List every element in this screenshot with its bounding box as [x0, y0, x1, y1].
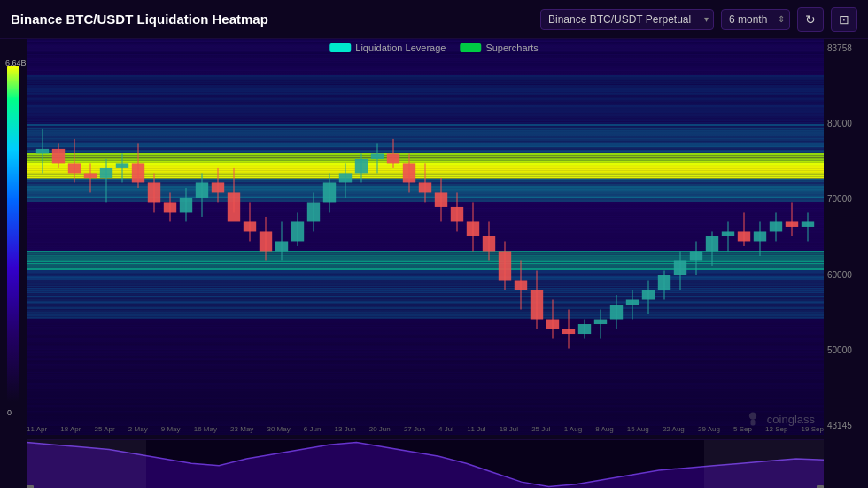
x-label-9: 13 Jun — [335, 425, 356, 433]
exchange-selector-wrapper: Binance BTC/USDT Perpetual Binance ETH/U… — [540, 9, 714, 30]
chart-container: 6.64B 0 83758 80000 70000 60000 50000 43… — [0, 39, 868, 488]
svg-rect-208 — [36, 149, 49, 154]
svg-rect-242 — [307, 202, 320, 221]
svg-rect-294 — [722, 231, 734, 236]
mini-chart-svg — [27, 440, 824, 488]
page-title: Binance BTC/USDT Liquidation Heatmap — [11, 12, 268, 27]
svg-rect-218 — [116, 163, 128, 168]
watermark-label: coinglass — [767, 413, 815, 426]
svg-rect-300 — [770, 221, 782, 231]
svg-rect-214 — [84, 173, 97, 178]
liquidation-leverage-label: Liquidation Leverage — [355, 43, 446, 53]
svg-rect-212 — [68, 163, 81, 173]
svg-rect-274 — [562, 329, 575, 335]
legend-item-liquidation: Liquidation Leverage — [329, 43, 446, 53]
x-label-8: 6 Jun — [304, 425, 322, 433]
x-label-3: 2 May — [128, 425, 148, 433]
svg-rect-272 — [546, 320, 559, 329]
x-label-16: 1 Aug — [564, 425, 582, 433]
x-label-4: 9 May — [161, 425, 181, 433]
x-label-6: 23 May — [230, 425, 253, 433]
header: Binance BTC/USDT Liquidation Heatmap Bin… — [0, 0, 868, 39]
mini-chart — [27, 439, 824, 488]
svg-rect-222 — [148, 182, 160, 202]
time-period-select[interactable]: 1 month 3 month 6 month 1 year — [721, 9, 790, 30]
svg-rect-210 — [52, 149, 65, 164]
refresh-button[interactable]: ↻ — [797, 7, 824, 32]
scale-bottom-label: 0 — [7, 408, 12, 417]
svg-rect-264 — [483, 236, 495, 252]
chart-main — [27, 39, 824, 435]
svg-rect-216 — [100, 168, 112, 178]
svg-rect-240 — [291, 221, 304, 241]
svg-point-310 — [749, 413, 756, 420]
svg-rect-244 — [323, 182, 336, 202]
x-label-17: 8 Aug — [595, 425, 613, 433]
svg-rect-228 — [196, 182, 208, 198]
svg-rect-298 — [754, 231, 766, 241]
svg-rect-270 — [531, 290, 543, 320]
svg-rect-260 — [451, 207, 463, 222]
svg-rect-254 — [403, 163, 415, 182]
x-label-20: 29 Aug — [698, 425, 720, 433]
svg-rect-286 — [658, 275, 670, 290]
svg-rect-280 — [610, 305, 623, 320]
supercharts-swatch — [460, 43, 481, 52]
chart-legend: Liquidation Leverage Supercharts — [329, 43, 538, 53]
color-scale-bar — [7, 66, 19, 402]
svg-rect-278 — [594, 320, 607, 325]
svg-rect-284 — [642, 290, 655, 300]
svg-rect-220 — [132, 163, 144, 182]
liquidation-leverage-swatch — [329, 43, 351, 52]
svg-rect-292 — [706, 236, 718, 252]
x-label-11: 27 Jun — [404, 425, 425, 433]
x-label-15: 25 Jul — [531, 425, 550, 433]
x-axis: 11 Apr 18 Apr 25 Apr 2 May 9 May 16 May … — [27, 421, 824, 437]
y-label-0: 83758 — [827, 43, 864, 53]
svg-rect-311 — [750, 420, 755, 426]
y-label-4: 50000 — [827, 345, 864, 355]
x-label-5: 16 May — [194, 425, 217, 433]
x-label-0: 11 Apr — [27, 425, 47, 433]
svg-rect-306 — [27, 440, 146, 488]
svg-rect-250 — [371, 153, 384, 159]
watermark: coinglass — [744, 410, 815, 428]
x-label-13: 11 Jul — [467, 425, 485, 433]
svg-rect-302 — [786, 221, 798, 227]
coinglass-icon — [744, 410, 762, 428]
svg-rect-252 — [387, 153, 399, 163]
time-period-selector-wrapper: 1 month 3 month 6 month 1 year ⇕ — [721, 9, 790, 30]
x-label-19: 22 Aug — [663, 425, 685, 433]
svg-rect-276 — [578, 324, 591, 334]
svg-rect-236 — [260, 231, 272, 251]
legend-item-supercharts: Supercharts — [460, 43, 538, 53]
camera-button[interactable]: ⊡ — [831, 7, 857, 32]
svg-rect-248 — [355, 159, 368, 174]
svg-rect-290 — [690, 251, 702, 260]
x-label-10: 20 Jun — [369, 425, 391, 433]
svg-rect-268 — [515, 280, 527, 290]
svg-rect-224 — [164, 202, 176, 212]
x-label-2: 25 Apr — [95, 425, 115, 433]
x-label-14: 18 Jul — [500, 425, 518, 433]
svg-rect-288 — [674, 260, 686, 275]
svg-rect-226 — [180, 198, 192, 213]
svg-rect-238 — [275, 241, 288, 251]
svg-rect-266 — [499, 251, 511, 280]
x-label-1: 18 Apr — [60, 425, 81, 433]
svg-rect-282 — [626, 300, 639, 306]
svg-rect-304 — [802, 221, 814, 227]
x-label-7: 30 May — [267, 425, 290, 433]
heatmap-svg — [27, 39, 824, 435]
exchange-select[interactable]: Binance BTC/USDT Perpetual Binance ETH/U… — [540, 9, 714, 30]
svg-rect-296 — [738, 231, 750, 241]
header-controls: Binance BTC/USDT Perpetual Binance ETH/U… — [540, 7, 857, 32]
y-label-2: 70000 — [827, 194, 864, 204]
svg-rect-307 — [704, 440, 824, 488]
svg-rect-232 — [228, 192, 240, 221]
y-label-3: 60000 — [827, 270, 864, 280]
svg-rect-234 — [244, 221, 256, 231]
supercharts-label: Supercharts — [485, 43, 538, 53]
x-label-18: 15 Aug — [627, 425, 649, 433]
x-label-12: 4 Jul — [438, 425, 453, 433]
